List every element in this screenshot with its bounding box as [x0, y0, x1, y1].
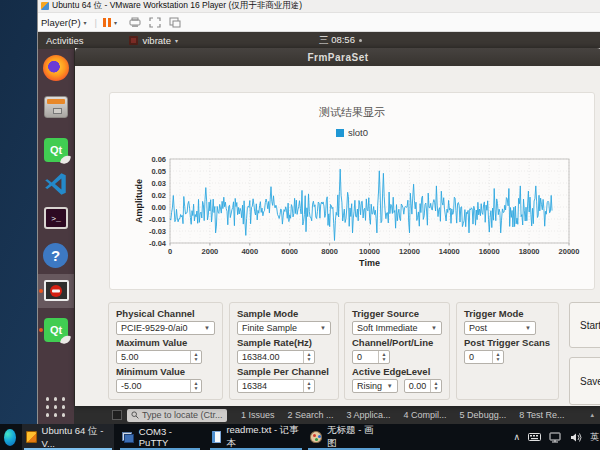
touch-keyboard-icon[interactable] — [528, 432, 541, 442]
output-pane-debugger[interactable]: 5 Debugg... — [460, 410, 507, 420]
screen: Ubuntu 64 位 - VMware Workstation 16 Play… — [0, 0, 600, 450]
spin-arrows-icon[interactable]: ▲▼ — [492, 351, 503, 363]
chevron-down-icon[interactable]: ▼ — [387, 383, 393, 389]
output-pane-search[interactable]: 2 Search ... — [288, 410, 334, 420]
sample-rate-spinbox[interactable]: 16384.00 ▲▼ — [237, 350, 315, 364]
dock-item-vscode[interactable] — [43, 171, 69, 197]
level-label: Level — [406, 366, 430, 377]
trigger-mode-combo[interactable]: Post ▼ — [464, 321, 536, 335]
qt-creator-icon: Qt — [44, 138, 68, 162]
dock-item-files[interactable] — [43, 94, 69, 120]
chevron-down-icon[interactable]: ▼ — [320, 325, 326, 331]
group-trigger-mode: Trigger Mode Post ▼ Post Trigger Scans 0… — [456, 302, 559, 400]
taskbar-item-notepad[interactable]: readme.txt - 记事本 — [208, 424, 304, 450]
spin-arrows-icon[interactable]: ▲▼ — [378, 351, 389, 363]
svg-text:8000: 8000 — [321, 247, 338, 256]
ubuntu-dock: Qt >_ ? Qt — [38, 49, 74, 424]
show-applications-button[interactable] — [43, 395, 69, 419]
save-button[interactable]: Save — [569, 357, 600, 405]
svg-text:18000: 18000 — [519, 247, 540, 256]
activities-button[interactable]: Activities — [42, 35, 87, 46]
chevron-down-icon[interactable]: ▼ — [204, 325, 210, 331]
dock-item-qt-app[interactable]: Qt — [43, 317, 69, 343]
chart-plot: 0.060.050.030.020.00-0.01-0.03-0.0402000… — [110, 93, 594, 289]
sample-mode-combo[interactable]: Finite Sample ▼ — [237, 321, 331, 335]
send-ctrl-alt-del-icon[interactable] — [129, 17, 141, 28]
volume-icon[interactable] — [570, 432, 582, 443]
dock-item-help[interactable]: ? — [43, 243, 69, 269]
network-icon[interactable] — [549, 432, 562, 443]
svg-text:0.06: 0.06 — [151, 155, 166, 164]
taskbar-item-edge[interactable] — [0, 424, 20, 450]
spin-arrows-icon[interactable]: ▲▼ — [303, 380, 314, 392]
minimum-value-spinbox[interactable]: -5.00 ▲▼ — [116, 379, 202, 393]
clock-button[interactable]: 三 08:56 — [319, 32, 362, 49]
vmware-task-label: Ubuntu 64 位 - V... — [42, 425, 110, 449]
locator-input[interactable]: Type to locate (Ctr... — [127, 409, 227, 422]
suspend-caret-icon[interactable]: ▾ — [114, 19, 117, 26]
dock-item-vibrate-active[interactable] — [38, 274, 74, 308]
output-pane-application[interactable]: 3 Applica... — [347, 410, 391, 420]
maximum-value-spinbox[interactable]: 5.00 ▲▼ — [116, 350, 202, 364]
fullscreen-icon[interactable] — [149, 17, 161, 28]
svg-text:2000: 2000 — [202, 247, 219, 256]
start-button[interactable]: Start — [569, 302, 600, 348]
sample-per-channel-label: Sample Per Channel — [237, 366, 331, 377]
output-pane-expand-icon[interactable]: ▴ — [590, 411, 594, 419]
spin-arrows-icon[interactable]: ▲▼ — [430, 380, 441, 392]
paint-task-label: 无标题 - 画图 — [327, 424, 378, 450]
frmparaset-titlebar[interactable]: FrmParaSet — [75, 48, 600, 66]
dock-item-qt-creator[interactable]: Qt — [43, 137, 69, 163]
chart-panel: 测试结果显示 slot0 0.060.050.030.020.00-0.01-0… — [109, 92, 595, 290]
post-trigger-scans-label: Post Trigger Scans — [464, 337, 551, 348]
vscode-icon — [43, 171, 69, 197]
vibrate-app-icon — [44, 280, 69, 301]
dock-item-terminal[interactable]: >_ — [43, 205, 69, 231]
notepad-icon — [212, 431, 221, 443]
tray-expand-icon[interactable]: ∧ — [513, 432, 520, 442]
spin-arrows-icon[interactable]: ▲▼ — [303, 351, 314, 363]
app-menu-caret-icon: ▾ — [175, 37, 178, 44]
taskbar-item-putty[interactable]: COM3 - PuTTY — [118, 424, 202, 450]
post-trigger-scans-spinbox[interactable]: 0 ▲▼ — [464, 350, 504, 364]
channel-port-line-label: Channel/Port/Line — [352, 337, 442, 348]
svg-text:-0.04: -0.04 — [149, 239, 167, 248]
chevron-down-icon[interactable]: ▼ — [431, 325, 437, 331]
chevron-down-icon[interactable]: ▼ — [525, 325, 531, 331]
vmware-titlebar[interactable]: Ubuntu 64 位 - VMware Workstation 16 Play… — [38, 0, 600, 13]
app-indicator-icon — [129, 36, 138, 45]
locator-placeholder: Type to locate (Ctr... — [142, 410, 223, 420]
locator-filter-icon[interactable] — [112, 410, 122, 420]
physical-channel-combo[interactable]: PCIE-9529-0/ai0 ▼ — [116, 321, 215, 335]
channel-port-line-value: 0 — [357, 352, 362, 362]
level-spinbox[interactable]: 0.00 ▲▼ — [404, 379, 442, 393]
notepad-task-label: readme.txt - 记事本 — [226, 424, 300, 450]
group-sample: Sample Mode Finite Sample ▼ Sample Rate(… — [229, 302, 339, 400]
player-menu-caret-icon[interactable]: ▾ — [84, 19, 87, 26]
output-pane-test[interactable]: 8 Test Re... — [519, 410, 564, 420]
ubuntu-topbar: Activities vibrate ▾ 三 08:56 — [38, 32, 600, 49]
sample-per-channel-spinbox[interactable]: 16384 ▲▼ — [237, 379, 315, 393]
unity-mode-icon[interactable] — [169, 17, 181, 28]
spin-arrows-icon[interactable]: ▲▼ — [190, 351, 201, 363]
channel-port-line-spinbox[interactable]: 0 ▲▼ — [352, 350, 390, 364]
taskbar-item-vmware[interactable]: Ubuntu 64 位 - V... — [22, 424, 114, 450]
suspend-button[interactable] — [103, 18, 111, 27]
vmware-toolbar: Player(P) ▾ | ▾ — [38, 13, 600, 32]
output-pane-issues[interactable]: 1 Issues — [241, 410, 275, 420]
spin-arrows-icon[interactable]: ▲▼ — [190, 380, 201, 392]
output-pane-compile[interactable]: 4 Compil... — [404, 410, 447, 420]
player-menu[interactable]: Player(P) — [41, 17, 81, 28]
notification-dot — [359, 39, 362, 42]
frmparaset-title: FrmParaSet — [307, 52, 368, 63]
input-language-indicator[interactable]: 英 — [590, 431, 600, 444]
active-edge-combo[interactable]: Rising ▼ — [352, 379, 398, 393]
taskbar-item-paint[interactable]: 无标题 - 画图 — [306, 424, 382, 450]
group-trigger-source: Trigger Source Soft Immediate ▼ Channel/… — [344, 302, 450, 400]
app-menu[interactable]: vibrate ▾ — [129, 35, 178, 46]
svg-text:0.00: 0.00 — [151, 203, 166, 212]
dock-item-firefox[interactable] — [43, 55, 69, 81]
trigger-source-combo[interactable]: Soft Immediate ▼ — [352, 321, 442, 335]
vmware-logo-icon — [41, 2, 49, 10]
sample-rate-label: Sample Rate(Hz) — [237, 337, 331, 348]
